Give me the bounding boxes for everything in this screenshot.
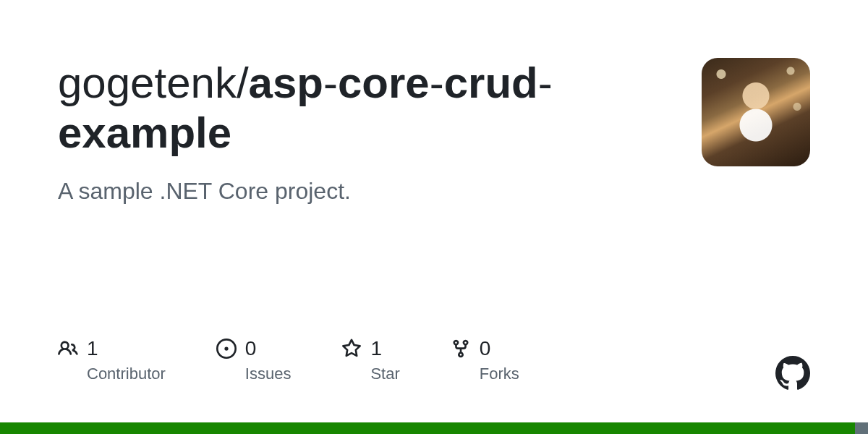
stat-star[interactable]: 1Star [341,337,399,383]
stat-count: 1 [370,337,382,360]
stat-contributor[interactable]: 1Contributor [58,337,166,383]
stat-forks[interactable]: 0Forks [451,337,519,383]
stat-count: 0 [245,337,257,360]
stat-label: Issues [245,365,292,383]
stat-issues[interactable]: 0Issues [216,337,292,383]
stat-count: 1 [87,337,98,360]
issue-icon [216,339,237,359]
repo-slash: / [237,59,249,107]
language-segment [0,422,855,434]
repo-title[interactable]: gogetenk/asp-core-crud-example [58,58,673,158]
fork-icon [451,339,471,359]
star-icon [341,339,362,359]
repo-owner[interactable]: gogetenk [58,59,237,107]
language-bar [0,422,868,434]
stat-label: Contributor [87,365,166,383]
stat-label: Forks [480,365,519,383]
people-icon [58,339,78,359]
repo-description: A sample .NET Core project. [58,178,673,205]
stats-row: 1Contributor0Issues1Star0Forks [58,337,519,383]
github-logo-icon[interactable] [775,356,810,391]
stat-label: Star [370,365,399,383]
stat-count: 0 [480,337,491,360]
language-segment [855,422,868,434]
avatar[interactable] [702,58,810,166]
